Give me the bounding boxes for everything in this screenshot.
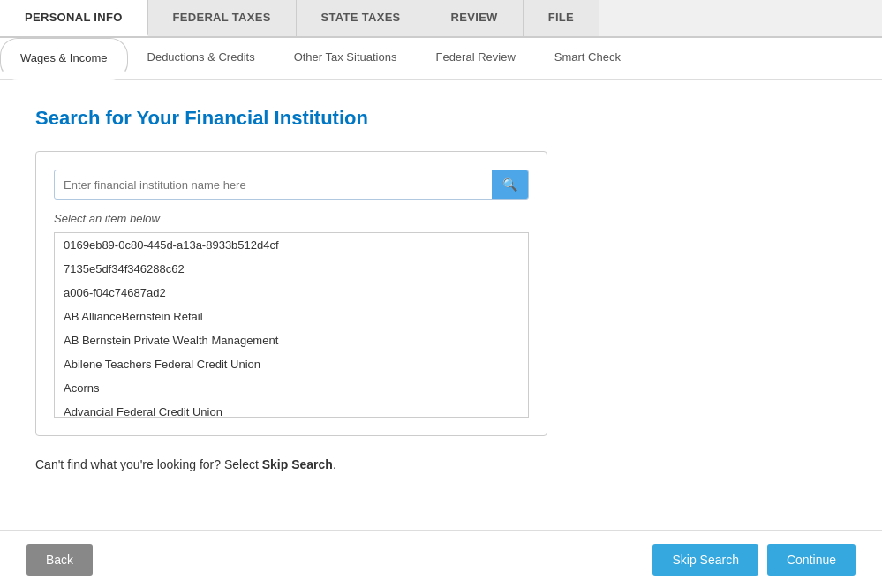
search-button[interactable]: 🔍 <box>492 170 528 199</box>
sub-nav: Wages & Income Deductions & Credits Othe… <box>0 38 882 80</box>
subtab-smart-check[interactable]: Smart Check <box>535 38 640 79</box>
subtab-federal-review[interactable]: Federal Review <box>416 38 534 79</box>
tab-personal-info[interactable]: PERSONAL INFO <box>0 0 148 36</box>
continue-button[interactable]: Continue <box>767 544 856 576</box>
list-item[interactable]: 7135e5df34f346288c62 <box>55 257 528 281</box>
footer: Back Skip Search Continue <box>0 530 882 588</box>
back-button[interactable]: Back <box>26 544 93 576</box>
search-input-row: 🔍 <box>54 170 529 200</box>
skip-search-note: Can't find what you're looking for? Sele… <box>35 457 847 471</box>
tab-state-taxes[interactable]: STATE TAXES <box>297 0 426 36</box>
list-item[interactable]: AB Bernstein Private Wealth Management <box>55 328 528 352</box>
list-item[interactable]: 0169eb89-0c80-445d-a13a-8933b512d4cf <box>55 233 528 257</box>
subtab-wages-income[interactable]: Wages & Income <box>0 38 128 80</box>
skip-search-button[interactable]: Skip Search <box>652 544 758 576</box>
footer-right-buttons: Skip Search Continue <box>652 544 856 576</box>
subtab-other-tax-situations[interactable]: Other Tax Situations <box>275 38 417 79</box>
list-item[interactable]: Acorns <box>55 376 528 400</box>
list-item[interactable]: Abilene Teachers Federal Credit Union <box>55 352 528 376</box>
top-nav: PERSONAL INFO FEDERAL TAXES STATE TAXES … <box>0 0 882 38</box>
list-item[interactable]: AB AllianceBernstein Retail <box>55 305 528 328</box>
select-label: Select an item below <box>54 212 529 225</box>
search-icon: 🔍 <box>502 177 517 192</box>
skip-note-suffix: . <box>333 457 336 471</box>
list-item[interactable]: a006-f04c74687ad2 <box>55 281 528 305</box>
search-container: 🔍 Select an item below 0169eb89-0c80-445… <box>35 151 547 436</box>
tab-federal-taxes[interactable]: FEDERAL TAXES <box>148 0 297 36</box>
list-item[interactable]: Advancial Federal Credit Union <box>55 400 528 418</box>
tab-file[interactable]: FILE <box>524 0 599 36</box>
skip-note-prefix: Can't find what you're looking for? Sele… <box>35 457 262 471</box>
page-title: Search for Your Financial Institution <box>35 107 847 130</box>
tab-review[interactable]: REVIEW <box>426 0 524 36</box>
skip-note-bold: Skip Search <box>262 457 333 471</box>
subtab-deductions-credits[interactable]: Deductions & Credits <box>128 38 275 79</box>
search-input[interactable] <box>55 171 492 199</box>
main-content: Search for Your Financial Institution 🔍 … <box>0 80 882 498</box>
institution-list[interactable]: 0169eb89-0c80-445d-a13a-8933b512d4cf 713… <box>54 232 529 418</box>
